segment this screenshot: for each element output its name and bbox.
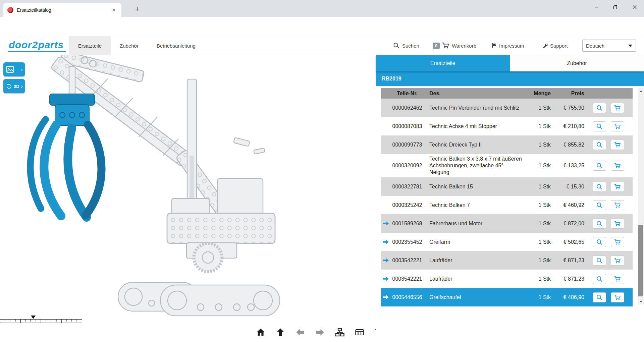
part-zoom-button[interactable] [593, 161, 606, 171]
tab-zubehoer[interactable]: Zubehör [510, 55, 644, 71]
parts-table-row[interactable]: 0000087083 Technic Achse 4 mit Stopper 1… [381, 117, 633, 135]
home-button[interactable] [256, 327, 266, 337]
search-button[interactable]: Suchen [393, 36, 419, 55]
impressum-link[interactable]: Impressum [492, 36, 524, 55]
nav-item-zubehoer[interactable]: Zubehör [111, 36, 148, 55]
window-restore-button[interactable] [606, 0, 625, 14]
image-view-button[interactable]: › [3, 62, 25, 76]
tab-close-icon[interactable]: × [110, 6, 117, 14]
parts-table-row[interactable]: 0000320092 Technic Balken 3 x 3.8 x 7 mi… [381, 154, 633, 177]
part-zoom-button[interactable] [593, 121, 606, 131]
parts-panel: Ersatzteile Zubehör RB2019 Teile-Nr. Des… [376, 55, 644, 342]
image-icon [6, 66, 14, 73]
part-number: 0001589268 [390, 221, 425, 227]
scale-ruler [0, 316, 82, 324]
scroll-down-button[interactable] [638, 299, 644, 304]
part-description: Fahrerhaus und Motor [425, 220, 527, 227]
part-add-to-cart-button[interactable] [611, 292, 624, 302]
3d-view-button[interactable]: 3D › [3, 79, 25, 93]
parts-table-row[interactable]: 0000322781 Technic Balken 15 1 Stk € 15,… [381, 177, 633, 196]
part-add-to-cart-button[interactable] [611, 200, 624, 210]
parts-table-row[interactable]: 0003542221 Laufräder 1 Stk € 871,23 [381, 251, 633, 270]
window-minimize-button[interactable] [587, 0, 606, 14]
previous-button[interactable] [295, 327, 305, 337]
part-description: Technic Balken 7 [425, 202, 527, 209]
part-description: Greifschaufel [425, 294, 527, 301]
window-close-button[interactable] [625, 0, 644, 14]
tab-ersatzteile[interactable]: Ersatzteile [376, 55, 510, 71]
part-add-to-cart-button[interactable] [611, 103, 624, 113]
panel-tabs: Ersatzteile Zubehör [376, 55, 644, 71]
support-icon [542, 43, 548, 49]
magnifier-icon [596, 163, 602, 169]
browser-tab-strip: Ersatzteilkatalog × + [0, 0, 644, 17]
nav-item-ersatzteile[interactable]: Ersatzteile [69, 36, 111, 55]
cart-button[interactable]: 0 Warenkorb [433, 36, 476, 55]
part-add-to-cart-button[interactable] [611, 219, 624, 229]
excavator-model-render[interactable] [0, 55, 376, 323]
part-description: Technic Balken 15 [425, 183, 527, 190]
subassembly-arrow-icon [381, 203, 390, 208]
new-tab-button[interactable]: + [132, 4, 142, 14]
next-button[interactable] [315, 327, 325, 337]
parent-assembly-button[interactable] [275, 327, 285, 337]
cart-count-badge: 0 [433, 43, 440, 49]
part-number: 0000322781 [390, 184, 425, 190]
part-number: 0000320092 [390, 163, 425, 169]
scroll-up-button[interactable] [638, 88, 644, 94]
part-quantity: 1 Stk [527, 142, 551, 148]
part-price: € 210,80 [551, 123, 584, 129]
parts-table-row[interactable]: 0002355452 Greifarm 1 Stk € 502,65 [381, 233, 633, 251]
part-zoom-button[interactable] [593, 103, 606, 113]
part-price: € 133,25 [551, 163, 584, 169]
add-to-cart-icon [614, 221, 621, 227]
parts-table-body: 0000062462 Technic Pin Verbinder rund mi… [381, 99, 633, 306]
part-zoom-button[interactable] [593, 182, 606, 192]
part-add-to-cart-button[interactable] [611, 161, 624, 171]
part-add-to-cart-button[interactable] [611, 237, 624, 247]
parts-table-row[interactable]: 0001589268 Fahrerhaus und Motor 1 Stk € … [381, 214, 633, 233]
part-quantity: 1 Stk [527, 202, 551, 208]
tab-favicon-icon [7, 7, 13, 13]
magnifier-icon [596, 142, 602, 148]
add-to-cart-icon [614, 258, 621, 264]
browser-tab[interactable]: Ersatzteilkatalog × [3, 3, 121, 17]
part-description: Technic Dreieck Typ II [425, 141, 527, 148]
parts-table-row[interactable]: 0000099773 Technic Dreieck Typ II 1 Stk … [381, 135, 633, 154]
part-zoom-button[interactable] [593, 140, 606, 150]
grab-claw-highlight [30, 94, 101, 217]
model-viewer[interactable]: › 3D › [0, 55, 376, 342]
part-zoom-button[interactable] [593, 237, 606, 247]
subassembly-arrow-icon [381, 221, 390, 226]
part-add-to-cart-button[interactable] [611, 140, 624, 150]
part-zoom-button[interactable] [593, 292, 606, 302]
part-number: 0003542221 [390, 276, 425, 282]
magnifier-icon [596, 123, 602, 129]
nav-item-betriebsanleitung[interactable]: Betriebsanleitung [148, 36, 205, 55]
part-number: 0000099773 [390, 142, 425, 148]
part-add-to-cart-button[interactable] [611, 255, 624, 266]
language-select[interactable]: Deutsch [582, 40, 636, 52]
part-zoom-button[interactable] [593, 219, 606, 229]
parts-table-row[interactable]: 0005446556 Greifschaufel 1 Stk € 406,90 [381, 288, 633, 306]
assembly-tree-button[interactable] [335, 327, 345, 337]
parts-scrollbar[interactable] [638, 88, 644, 304]
scrollbar-thumb[interactable] [638, 225, 643, 296]
part-price: € 855,82 [551, 142, 584, 148]
support-link[interactable]: Support [542, 36, 568, 55]
site-logo[interactable]: door2parts [8, 39, 66, 52]
part-add-to-cart-button[interactable] [611, 274, 624, 284]
parts-table-row[interactable]: 0000062462 Technic Pin Verbinder rund mi… [381, 99, 633, 117]
part-number: 0000325242 [390, 202, 425, 208]
magnifier-icon [596, 239, 602, 245]
part-zoom-button[interactable] [593, 274, 606, 284]
magnifier-icon [596, 184, 602, 190]
part-zoom-button[interactable] [593, 255, 606, 266]
part-add-to-cart-button[interactable] [611, 182, 624, 192]
site-header: door2parts Ersatzteile Zubehör Betriebsa… [0, 36, 644, 55]
parts-table-row[interactable]: 0000325242 Technic Balken 7 1 Stk € 460,… [381, 196, 633, 214]
parts-list-button[interactable] [355, 327, 365, 337]
part-add-to-cart-button[interactable] [611, 121, 624, 131]
part-zoom-button[interactable] [593, 200, 606, 210]
parts-table-row[interactable]: 0003542221 Laufräder 1 Stk € 871,23 [381, 270, 633, 288]
